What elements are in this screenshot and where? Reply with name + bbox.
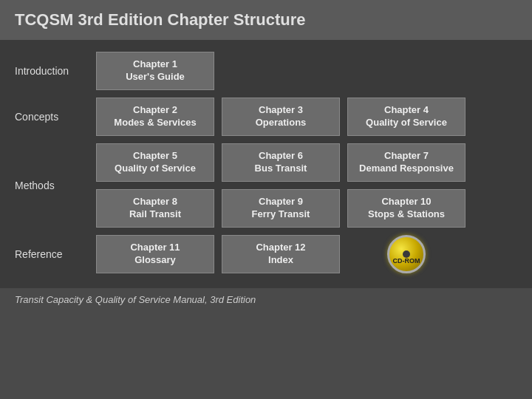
- methods-row: Methods Chapter 5 Quality of Service Cha…: [15, 143, 517, 228]
- chapter-2-num: Chapter 2: [133, 104, 177, 117]
- chapter-9-title: Ferry Transit: [252, 208, 310, 221]
- methods-label: Methods: [15, 180, 96, 191]
- chapter-8-num: Chapter 8: [133, 196, 177, 208]
- cdrom-container: CD-ROM: [347, 235, 466, 273]
- cdrom-disc[interactable]: CD-ROM: [387, 235, 426, 273]
- methods-sub-row-2: Chapter 8 Rail Transit Chapter 9 Ferry T…: [96, 189, 517, 228]
- concepts-row: Concepts Chapter 2 Modes & Services Chap…: [15, 98, 517, 136]
- chapter-3-num: Chapter 3: [259, 104, 303, 117]
- chapter-1-num: Chapter 1: [133, 58, 177, 71]
- chapter-4-num: Chapter 4: [384, 104, 429, 117]
- chapter-3-title: Operations: [256, 117, 307, 129]
- page-title: TCQSM 3rd Edition Chapter Structure: [15, 10, 306, 29]
- chapter-6-title: Bus Transit: [255, 163, 307, 175]
- chapter-3-box[interactable]: Chapter 3 Operations: [222, 98, 340, 136]
- concepts-chapters: Chapter 2 Modes & Services Chapter 3 Ope…: [96, 98, 517, 136]
- concepts-label: Concepts: [15, 111, 96, 123]
- chapter-7-num: Chapter 7: [384, 150, 429, 163]
- chapter-8-title: Rail Transit: [129, 208, 181, 221]
- reference-row: Reference Chapter 11 Glossary Chapter 12…: [15, 235, 517, 273]
- chapter-1-title: User's Guide: [126, 71, 185, 83]
- introduction-row: Introduction Chapter 1 User's Guide: [15, 52, 517, 90]
- chapter-2-title: Modes & Services: [114, 117, 196, 129]
- page-footer: Transit Capacity & Quality of Service Ma…: [0, 288, 532, 311]
- chapter-4-title: Quality of Service: [366, 117, 447, 129]
- chapter-10-title: Stops & Stations: [368, 208, 445, 221]
- chapter-11-title: Glossary: [134, 254, 176, 267]
- methods-sub-row-1: Chapter 5 Quality of Service Chapter 6 B…: [96, 143, 517, 182]
- chapter-11-box[interactable]: Chapter 11 Glossary: [96, 235, 214, 273]
- chapter-5-box[interactable]: Chapter 5 Quality of Service: [96, 143, 214, 182]
- reference-label: Reference: [15, 248, 96, 260]
- methods-chapters: Chapter 5 Quality of Service Chapter 6 B…: [96, 143, 517, 228]
- introduction-label: Introduction: [15, 65, 96, 77]
- chapter-6-num: Chapter 6: [259, 150, 303, 163]
- chapter-5-num: Chapter 5: [133, 150, 177, 163]
- chapter-6-box[interactable]: Chapter 6 Bus Transit: [222, 143, 340, 182]
- intro-spacer-2: [347, 52, 466, 90]
- chapter-5-title: Quality of Service: [115, 163, 196, 175]
- intro-spacer-1: [222, 52, 340, 90]
- chapter-12-title: Index: [268, 254, 293, 267]
- chapter-8-box[interactable]: Chapter 8 Rail Transit: [96, 189, 214, 228]
- chapter-4-box[interactable]: Chapter 4 Quality of Service: [347, 98, 466, 136]
- chapter-12-num: Chapter 12: [256, 242, 305, 254]
- reference-chapters: Chapter 11 Glossary Chapter 12 Index CD-…: [96, 235, 517, 273]
- chapter-2-box[interactable]: Chapter 2 Modes & Services: [96, 98, 214, 136]
- chapter-1-box[interactable]: Chapter 1 User's Guide: [96, 52, 214, 90]
- chapter-12-box[interactable]: Chapter 12 Index: [222, 235, 340, 273]
- main-content: Introduction Chapter 1 User's Guide Conc…: [0, 40, 532, 288]
- chapter-7-box[interactable]: Chapter 7 Demand Responsive: [347, 143, 466, 182]
- chapter-10-box[interactable]: Chapter 10 Stops & Stations: [347, 189, 466, 228]
- chapter-11-num: Chapter 11: [130, 242, 180, 254]
- chapter-7-title: Demand Responsive: [359, 163, 454, 175]
- chapter-9-box[interactable]: Chapter 9 Ferry Transit: [222, 189, 340, 228]
- cdrom-label: CD-ROM: [393, 257, 420, 265]
- chapter-10-num: Chapter 10: [381, 196, 431, 208]
- chapter-9-num: Chapter 9: [259, 196, 303, 208]
- page-header: TCQSM 3rd Edition Chapter Structure: [0, 0, 532, 40]
- footer-text: Transit Capacity & Quality of Service Ma…: [15, 294, 256, 305]
- introduction-chapters: Chapter 1 User's Guide: [96, 52, 517, 90]
